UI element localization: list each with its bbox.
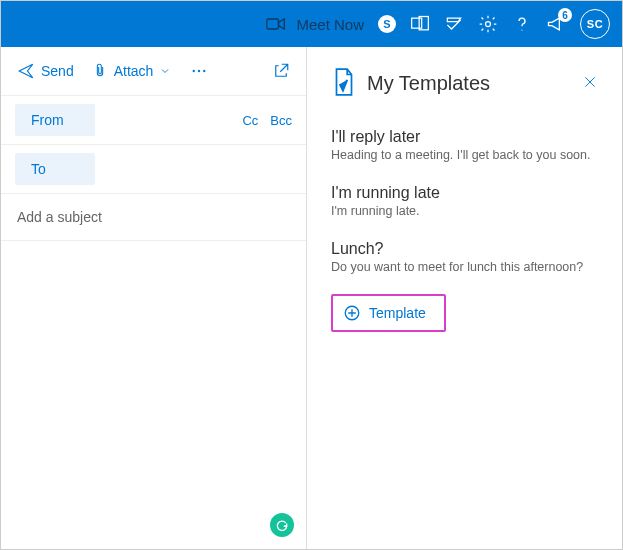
skype-icon[interactable]: S: [378, 15, 396, 33]
add-template-button[interactable]: Template: [331, 294, 446, 332]
template-title: Lunch?: [331, 240, 598, 258]
template-subtitle: Do you want to meet for lunch this after…: [331, 260, 598, 274]
settings-gear-icon[interactable]: [478, 14, 498, 34]
template-subtitle: Heading to a meeting. I'll get back to y…: [331, 148, 598, 162]
video-icon[interactable]: [266, 14, 286, 34]
main-area: Send Attach From: [1, 47, 622, 549]
template-item[interactable]: I'll reply later Heading to a meeting. I…: [331, 120, 598, 172]
svg-point-6: [198, 70, 200, 72]
plus-circle-icon: [343, 304, 361, 322]
panel-title: My Templates: [367, 72, 490, 95]
to-row: To: [1, 145, 306, 193]
bcc-button[interactable]: Bcc: [270, 113, 292, 128]
svg-rect-1: [412, 18, 422, 28]
svg-point-5: [193, 70, 195, 72]
message-body[interactable]: [1, 241, 306, 549]
add-template-label: Template: [369, 305, 426, 321]
announcements-icon[interactable]: 6: [546, 14, 566, 34]
attach-label: Attach: [114, 63, 154, 79]
template-title: I'll reply later: [331, 128, 598, 146]
from-row: From Cc Bcc: [1, 96, 306, 144]
templates-panel: My Templates I'll reply later Heading to…: [307, 47, 622, 549]
grammarly-icon[interactable]: [270, 513, 294, 537]
header-bar: Meet Now S 6 SC: [1, 1, 622, 47]
to-button[interactable]: To: [15, 153, 95, 185]
template-title: I'm running late: [331, 184, 598, 202]
popout-button[interactable]: [268, 58, 294, 84]
chevron-down-icon: [159, 65, 171, 77]
subject-input[interactable]: [15, 208, 296, 226]
cc-bcc-group: Cc Bcc: [242, 113, 292, 128]
compose-pane: Send Attach From: [1, 47, 307, 549]
attach-button[interactable]: Attach: [88, 58, 176, 84]
more-actions-button[interactable]: [185, 58, 213, 84]
help-icon[interactable]: [512, 14, 532, 34]
compose-toolbar: Send Attach: [1, 47, 306, 96]
template-item[interactable]: Lunch? Do you want to meet for lunch thi…: [331, 232, 598, 284]
subject-row: [1, 194, 306, 240]
user-avatar[interactable]: SC: [580, 9, 610, 39]
app-window: Meet Now S 6 SC Send: [0, 0, 623, 550]
meet-now-button[interactable]: Meet Now: [296, 16, 364, 33]
from-button[interactable]: From: [15, 104, 95, 136]
template-subtitle: I'm running late.: [331, 204, 598, 218]
send-button[interactable]: Send: [13, 58, 78, 84]
template-item[interactable]: I'm running late I'm running late.: [331, 176, 598, 228]
svg-point-3: [486, 22, 491, 27]
svg-rect-0: [267, 19, 279, 29]
svg-point-4: [521, 29, 522, 30]
todo-icon[interactable]: [444, 14, 464, 34]
svg-point-7: [203, 70, 205, 72]
templates-icon: [331, 67, 357, 100]
panel-header: My Templates: [331, 67, 598, 100]
notification-badge: 6: [558, 8, 572, 22]
cc-button[interactable]: Cc: [242, 113, 258, 128]
teams-icon[interactable]: [410, 14, 430, 34]
send-label: Send: [41, 63, 74, 79]
close-panel-button[interactable]: [582, 74, 598, 93]
